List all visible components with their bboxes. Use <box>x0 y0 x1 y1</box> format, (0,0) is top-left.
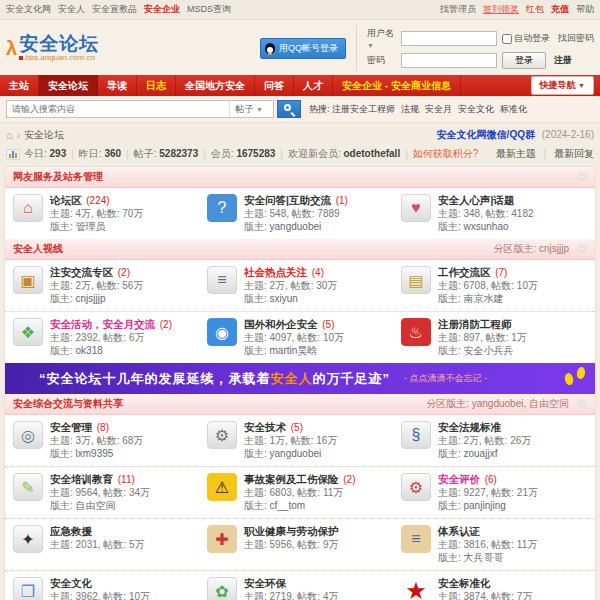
hot-search-link-3[interactable]: 安全文化 <box>458 104 494 114</box>
forum-mod-link[interactable]: 安全小兵兵 <box>464 345 514 356</box>
forum-title-link[interactable]: 社会热点关注 <box>244 266 307 278</box>
password-input[interactable] <box>401 53 497 68</box>
forum-title-link[interactable]: 应急救援 <box>50 525 92 537</box>
search-button[interactable] <box>277 100 301 118</box>
topbar-right-link-4[interactable]: 帮助 <box>576 4 594 14</box>
how-get-points-link[interactable]: 如何获取积分? <box>413 147 479 161</box>
certification-book-icon[interactable]: ≡ <box>401 525 431 553</box>
topbar-right-link-2[interactable]: 红包 <box>526 4 544 14</box>
forum-title-link[interactable]: 安全人心声|话题 <box>438 194 514 206</box>
anniversary-banner[interactable]: “安全论坛十几年的发展延续，承载着安全人的万千足迹” - 点点滴滴不会忘记 - <box>5 363 595 394</box>
topbar-right-link-0[interactable]: 找管理员 <box>440 4 476 14</box>
hot-search-link-0[interactable]: 注册安全工程师 <box>332 104 395 114</box>
news-focus-icon[interactable]: ≡ <box>207 266 237 294</box>
accident-case-icon[interactable]: ⚠ <box>207 473 237 501</box>
forum-title-link[interactable]: 安全评价 <box>438 473 480 485</box>
nav-item-2[interactable]: 导读 <box>98 75 137 96</box>
fire-engineer-icon[interactable]: ♨ <box>401 318 431 346</box>
forum-mod-link[interactable]: martin昊晗 <box>270 345 318 356</box>
forum-title-link[interactable]: 注安交流专区 <box>50 266 113 278</box>
forum-house-icon[interactable]: ⌂ <box>13 194 43 222</box>
latest-topics-link[interactable]: 最新主题 <box>496 148 536 159</box>
topbar-link-0[interactable]: 安全文化网 <box>6 4 51 14</box>
management-tools-icon[interactable]: ◎ <box>13 421 43 449</box>
nav-item-3[interactable]: 日志 <box>137 75 176 96</box>
activity-cubes-icon[interactable]: ❖ <box>13 318 43 346</box>
environment-frame-icon[interactable]: ✿ <box>207 577 237 600</box>
home-icon[interactable]: ⌂ <box>6 129 13 141</box>
hot-search-link-4[interactable]: 标准化 <box>500 104 527 114</box>
gift-box-icon[interactable]: ▣ <box>13 266 43 294</box>
forum-title-link[interactable]: 安全活动，安全月交流 <box>50 318 155 330</box>
standard-star-icon[interactable]: ★ <box>401 577 431 600</box>
section-title[interactable]: 安全人视线 <box>13 242 63 256</box>
collapse-icon[interactable]: − <box>577 244 587 254</box>
topbar-right-link-3[interactable]: 充值 <box>551 4 569 14</box>
tech-gear-folder-icon[interactable]: ⚙ <box>207 421 237 449</box>
forum-title-link[interactable]: 论坛区 <box>50 194 82 206</box>
find-password-link[interactable]: 找回密码 <box>558 32 594 45</box>
world-globe-icon[interactable]: ◉ <box>207 318 237 346</box>
forum-mod-link[interactable]: yangduobei <box>270 448 322 459</box>
section-title[interactable]: 网友服务及站务管理 <box>13 170 103 184</box>
newest-member-link[interactable]: odetothefall <box>344 148 401 159</box>
forum-title-link[interactable]: 安全技术 <box>244 421 286 433</box>
forum-mod-link[interactable]: 大兵哥哥 <box>464 552 504 563</box>
forum-title-link[interactable]: 工作交流区 <box>438 266 491 278</box>
forum-title-link[interactable]: 安全培训教育 <box>50 473 113 485</box>
training-icon[interactable]: ✎ <box>13 473 43 501</box>
register-link[interactable]: 注册 <box>554 54 572 67</box>
hot-search-link-2[interactable]: 安全月 <box>425 104 452 114</box>
culture-photos-icon[interactable]: ❐ <box>13 577 43 600</box>
law-standard-icon[interactable]: § <box>401 421 431 449</box>
chevron-down-icon[interactable]: ▼ <box>367 42 374 49</box>
topbar-link-1[interactable]: 安全人 <box>58 4 85 14</box>
forum-mod-link[interactable]: yangduobei <box>270 221 322 232</box>
forum-mod-link[interactable]: ok318 <box>76 345 103 356</box>
forum-mod-link[interactable]: 管理员 <box>76 221 106 232</box>
collapse-icon[interactable]: − <box>577 399 587 409</box>
topbar-link-4[interactable]: MSDS查询 <box>187 4 231 14</box>
section-mod-link[interactable]: cnjsjjjp <box>539 243 569 254</box>
nav-item-6[interactable]: 人才 <box>294 75 333 96</box>
wechat-qq-group-link[interactable]: 安全文化网微信/QQ群 <box>437 129 535 140</box>
forum-mod-link[interactable]: zouajjxf <box>464 448 498 459</box>
forum-mod-link[interactable]: wxsunhao <box>464 221 509 232</box>
site-logo[interactable]: λ 安全论坛 bbs.anquan.com.cn <box>6 34 99 62</box>
forum-title-link[interactable]: 安全法规标准 <box>438 421 501 433</box>
forum-title-link[interactable]: 安全管理 <box>50 421 92 433</box>
forum-title-link[interactable]: 国外和外企安全 <box>244 318 318 330</box>
forum-mod-link[interactable]: cnjsjjjp <box>76 293 106 304</box>
topbar-link-3[interactable]: 安全企业 <box>144 4 180 14</box>
breadcrumb-current[interactable]: 安全论坛 <box>24 128 64 142</box>
forum-title-link[interactable]: 安全问答|互助交流 <box>244 194 331 206</box>
forum-mod-link[interactable]: 南京水建 <box>464 293 504 304</box>
forum-mod-link[interactable]: 自由空间 <box>76 500 116 511</box>
topbar-right-link-1[interactable]: 签到领奖 <box>483 4 519 14</box>
evaluation-gears-icon[interactable]: ⚙ <box>401 473 431 501</box>
forum-title-link[interactable]: 注册消防工程师 <box>438 318 512 330</box>
forum-mod-link[interactable]: sxiyun <box>270 293 298 304</box>
auto-login-checkbox[interactable] <box>502 34 512 44</box>
search-input[interactable] <box>7 101 229 117</box>
section-mod-link[interactable]: yangduobei, 自由空间 <box>472 398 569 409</box>
forum-title-link[interactable]: 职业健康与劳动保护 <box>244 525 339 537</box>
heart-topic-icon[interactable]: ♥ <box>401 194 431 222</box>
nav-item-5[interactable]: 问答 <box>255 75 294 96</box>
section-title[interactable]: 安全综合交流与资料共享 <box>13 397 123 411</box>
health-cross-icon[interactable]: ✚ <box>207 525 237 553</box>
nav-item-4[interactable]: 全国地方安全 <box>176 75 255 96</box>
forum-title-link[interactable]: 安全标准化 <box>438 577 491 589</box>
username-input[interactable] <box>401 31 497 46</box>
latest-replies-link[interactable]: 最新回复 <box>554 148 594 159</box>
login-button[interactable]: 登录 <box>502 52 546 69</box>
forum-title-link[interactable]: 事故案例及工伤保险 <box>244 473 339 485</box>
hot-search-link-1[interactable]: 法规 <box>401 104 419 114</box>
forum-mod-link[interactable]: panjinjing <box>464 500 506 511</box>
work-folders-icon[interactable]: ▤ <box>401 266 431 294</box>
forum-mod-link[interactable]: cf__tom <box>270 500 306 511</box>
topbar-link-2[interactable]: 安全宣教品 <box>92 4 137 14</box>
nav-item-0[interactable]: 主站 <box>0 75 39 96</box>
qq-login-button[interactable]: 用QQ帐号登录 <box>260 38 346 59</box>
forum-mod-link[interactable]: lxm9395 <box>76 448 114 459</box>
